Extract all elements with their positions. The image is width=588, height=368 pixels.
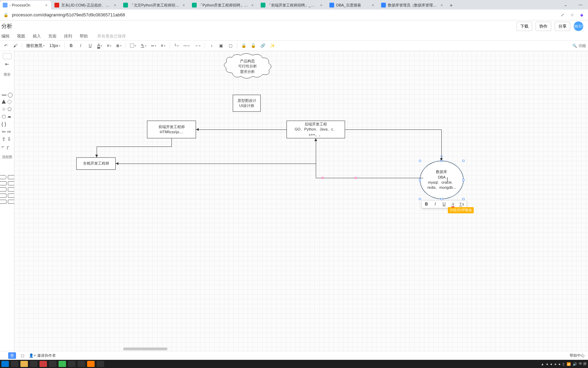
circle-shape[interactable] [8, 93, 13, 97]
search-icon[interactable]: 🔍 [572, 44, 577, 48]
font-color-button[interactable]: A [450, 202, 456, 207]
diamond-shape[interactable] [7, 99, 12, 104]
tab-baidu-dba[interactable]: DBA_百度搜索 × [327, 1, 378, 10]
ime-indicator[interactable]: 中 拼 [579, 362, 587, 366]
help-center-button[interactable]: 帮助中心 [570, 353, 585, 358]
taskbar-app[interactable] [49, 361, 56, 367]
resize-handle[interactable] [462, 179, 464, 181]
font-family-select[interactable]: 微软雅黑▾ [25, 43, 46, 49]
star-icon[interactable]: ☆ [569, 13, 575, 17]
network-icon[interactable]: ▯ [562, 362, 565, 366]
tray-icon[interactable]: ● [558, 362, 560, 366]
start-button[interactable] [1, 361, 9, 367]
font-size-select[interactable]: 13px▾ [48, 43, 62, 48]
taskbar-app[interactable] [78, 361, 85, 367]
bracket-shape[interactable]: ( [2, 121, 3, 127]
resize-handle[interactable] [419, 160, 421, 162]
connector[interactable] [345, 129, 441, 130]
chevron-down-icon[interactable]: ⌄ [558, 0, 573, 10]
resize-handle[interactable] [419, 198, 421, 200]
node-text[interactable]: 数据库 DBA mysql、oracle、 redis、mongdb... [427, 169, 456, 190]
taskbar-app[interactable] [30, 361, 37, 367]
connector[interactable] [172, 138, 172, 147]
link-icon[interactable]: 🔗 [259, 42, 266, 49]
line-width-select[interactable]: ═▾ [150, 43, 158, 48]
align-left-icon[interactable]: ⫞ [208, 42, 215, 49]
bracket-shape[interactable]: ) [4, 121, 6, 127]
connector[interactable] [116, 164, 316, 164]
collab-button[interactable]: 协作 [536, 22, 551, 31]
connector[interactable] [316, 164, 316, 178]
page-thumbnail-button[interactable]: ▢ [21, 353, 24, 358]
italic-button[interactable]: I [432, 202, 438, 207]
menu-page[interactable]: 页面 [48, 33, 56, 39]
process-shape[interactable] [0, 175, 6, 179]
shape-toggle-button[interactable]: 形 [8, 352, 16, 359]
triangle-shape[interactable] [2, 99, 6, 104]
connector[interactable] [316, 178, 423, 178]
line-shape[interactable] [2, 95, 6, 95]
shape-search-input[interactable] [3, 53, 12, 59]
close-icon[interactable]: × [113, 3, 117, 7]
fill-color-select[interactable]: ▾ [129, 44, 137, 48]
tab-boss2[interactable]: 「Python开发工程师招聘」_启… × [189, 1, 257, 10]
wifi-icon[interactable]: 📶 [567, 362, 571, 366]
tab-boss1[interactable]: 「北京Python开发工程师招聘」… × [120, 1, 189, 10]
connector[interactable] [196, 129, 287, 130]
tray-icon[interactable]: ● [554, 362, 556, 366]
star-shape[interactable]: ☆ [2, 106, 6, 112]
scrollbar-thumb[interactable] [123, 348, 167, 350]
avatar[interactable]: 00:57 [574, 21, 583, 31]
menu-edit[interactable]: 编辑 [1, 33, 10, 39]
bold-button[interactable]: B [424, 202, 429, 207]
node-prototype[interactable]: 原型图设计 UI设计师 [233, 95, 261, 112]
menu-help[interactable]: 帮助 [80, 33, 88, 39]
data-shape[interactable] [0, 181, 6, 185]
data-shape[interactable] [0, 187, 6, 191]
close-icon[interactable]: × [250, 3, 255, 7]
url-text[interactable]: processon.com/diagraming/61d79ed57d9c083… [12, 12, 556, 17]
bring-front-icon[interactable]: ▣ [217, 42, 225, 49]
taskbar-app[interactable] [39, 361, 47, 367]
arrow-down-shape[interactable]: ⇩ [7, 136, 11, 142]
close-icon[interactable]: × [44, 3, 48, 7]
corner-shape[interactable]: ┌ [6, 144, 9, 149]
arrow-end-select[interactable]: →▾ [193, 43, 202, 48]
node-fullstack[interactable]: 全栈开发工程师 [76, 157, 116, 170]
data-shape[interactable] [0, 194, 6, 198]
tray-icon[interactable]: ● [546, 362, 548, 366]
tab-jd[interactable]: 京东(JD.COM)-正品低价、品质… × [52, 1, 120, 10]
node-database[interactable]: 数据库 DBA mysql、oracle、 redis、mongdb... [420, 161, 463, 199]
connector[interactable] [97, 147, 172, 147]
node-frontend[interactable]: 前端开发工程师 HTMl\css\js.... [147, 121, 196, 138]
close-icon[interactable]: × [371, 3, 375, 7]
share-button[interactable]: 分享 [555, 22, 570, 31]
italic-button[interactable]: I [77, 42, 84, 49]
connector-endpoint[interactable] [322, 177, 324, 179]
connector[interactable] [316, 138, 316, 164]
resize-handle[interactable] [462, 160, 464, 162]
lock-icon[interactable]: 🔒 [240, 42, 247, 49]
connector[interactable] [441, 129, 442, 161]
connector-endpoint[interactable] [355, 177, 357, 179]
list-select[interactable]: ≣▾ [115, 43, 123, 48]
line-style-select[interactable]: ≡▾ [160, 43, 167, 48]
tray-icon[interactable]: ▲ [541, 362, 544, 366]
stroke-color-select[interactable]: ✎▾ [140, 43, 148, 48]
new-tab-button[interactable]: + [447, 1, 455, 10]
connector-type-select[interactable]: └▾ [173, 43, 180, 48]
tray-icon[interactable]: ● [550, 362, 552, 366]
diagram-canvas[interactable]: 产品构思 可行性分析 需求分析 原型图设计 UI设计师 前端开发工程师 HTMl… [14, 51, 588, 351]
arrow-start-select[interactable]: —▾ [182, 43, 191, 48]
menu-insert[interactable]: 插入 [33, 33, 41, 39]
arrow-right-shape[interactable]: ⇨ [7, 129, 11, 134]
taskbar-app[interactable] [11, 361, 18, 367]
arrow-up-shape[interactable]: ⇧ [2, 136, 6, 142]
volume-icon[interactable]: 🔊 [573, 362, 577, 366]
document-title[interactable]: 分析 [1, 23, 12, 30]
cloud-shape[interactable]: ☁ [7, 114, 11, 119]
taskbar-app[interactable] [97, 361, 104, 367]
minimize-button[interactable]: — [573, 0, 588, 10]
corner-shape[interactable]: ⌐ [2, 144, 4, 149]
unlock-icon[interactable]: 🔓 [249, 42, 257, 49]
